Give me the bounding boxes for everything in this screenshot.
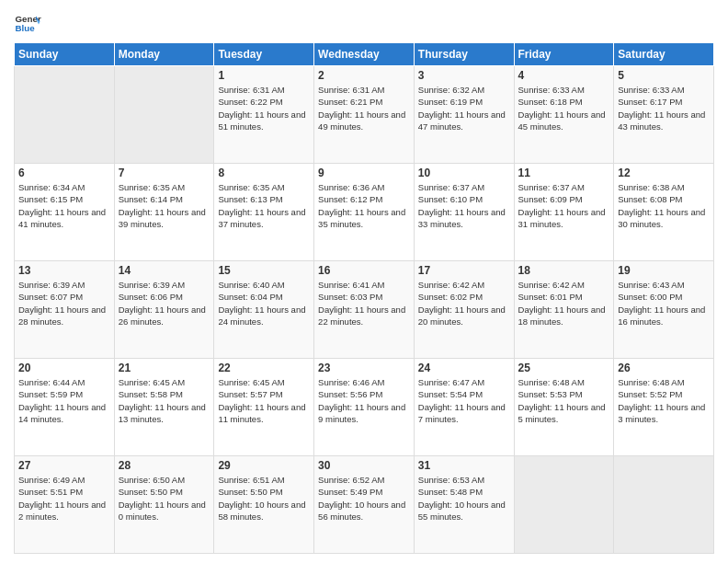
day-number: 16 [318, 264, 410, 277]
day-info: Sunrise: 6:53 AM Sunset: 5:48 PM Dayligh… [418, 474, 510, 523]
day-info: Sunrise: 6:48 AM Sunset: 5:53 PM Dayligh… [518, 376, 610, 425]
calendar-cell: 13Sunrise: 6:39 AM Sunset: 6:07 PM Dayli… [15, 261, 115, 359]
day-number: 10 [418, 167, 510, 179]
day-info: Sunrise: 6:41 AM Sunset: 6:03 PM Dayligh… [318, 279, 410, 327]
weekday-header-thursday: Thursday [414, 43, 514, 66]
calendar-cell: 18Sunrise: 6:42 AM Sunset: 6:01 PM Dayli… [514, 261, 614, 359]
calendar-cell: 1Sunrise: 6:31 AM Sunset: 6:22 PM Daylig… [214, 66, 314, 164]
calendar-cell: 23Sunrise: 6:46 AM Sunset: 5:56 PM Dayli… [314, 359, 415, 456]
weekday-header-monday: Monday [114, 43, 214, 66]
calendar-cell [15, 66, 115, 164]
header: General Blue [14, 9, 714, 37]
calendar-cell: 26Sunrise: 6:48 AM Sunset: 5:52 PM Dayli… [614, 359, 714, 456]
calendar-cell: 16Sunrise: 6:41 AM Sunset: 6:03 PM Dayli… [314, 261, 415, 359]
day-info: Sunrise: 6:33 AM Sunset: 6:17 PM Dayligh… [618, 84, 710, 132]
calendar-cell: 10Sunrise: 6:37 AM Sunset: 6:10 PM Dayli… [414, 164, 514, 261]
calendar-cell [514, 456, 614, 554]
calendar-cell: 12Sunrise: 6:38 AM Sunset: 6:08 PM Dayli… [614, 164, 714, 261]
calendar-cell: 15Sunrise: 6:40 AM Sunset: 6:04 PM Dayli… [214, 261, 314, 359]
week-row-3: 13Sunrise: 6:39 AM Sunset: 6:07 PM Dayli… [15, 261, 714, 359]
calendar-cell: 8Sunrise: 6:35 AM Sunset: 6:13 PM Daylig… [214, 164, 314, 261]
calendar-cell: 21Sunrise: 6:45 AM Sunset: 5:58 PM Dayli… [114, 359, 214, 456]
day-number: 13 [18, 264, 110, 277]
day-info: Sunrise: 6:37 AM Sunset: 6:10 PM Dayligh… [418, 181, 510, 230]
day-number: 2 [318, 69, 410, 82]
day-number: 24 [418, 362, 510, 374]
weekday-header-friday: Friday [514, 43, 614, 66]
day-number: 25 [518, 362, 610, 374]
weekday-header-row: SundayMondayTuesdayWednesdayThursdayFrid… [15, 43, 714, 66]
day-info: Sunrise: 6:47 AM Sunset: 5:54 PM Dayligh… [418, 376, 510, 425]
day-number: 6 [18, 167, 110, 179]
calendar-table: SundayMondayTuesdayWednesdayThursdayFrid… [14, 42, 714, 554]
calendar-cell: 22Sunrise: 6:45 AM Sunset: 5:57 PM Dayli… [214, 359, 314, 456]
day-info: Sunrise: 6:46 AM Sunset: 5:56 PM Dayligh… [318, 376, 410, 425]
calendar-cell: 30Sunrise: 6:52 AM Sunset: 5:49 PM Dayli… [314, 456, 415, 554]
calendar-cell: 9Sunrise: 6:36 AM Sunset: 6:12 PM Daylig… [314, 164, 415, 261]
day-info: Sunrise: 6:49 AM Sunset: 5:51 PM Dayligh… [18, 474, 110, 523]
weekday-header-tuesday: Tuesday [214, 43, 314, 66]
week-row-4: 20Sunrise: 6:44 AM Sunset: 5:59 PM Dayli… [15, 359, 714, 456]
day-number: 27 [18, 459, 110, 472]
day-info: Sunrise: 6:31 AM Sunset: 6:22 PM Dayligh… [218, 84, 310, 132]
day-number: 5 [618, 69, 710, 82]
day-number: 30 [318, 459, 410, 472]
week-row-5: 27Sunrise: 6:49 AM Sunset: 5:51 PM Dayli… [15, 456, 714, 554]
calendar-cell: 24Sunrise: 6:47 AM Sunset: 5:54 PM Dayli… [414, 359, 514, 456]
calendar-body: 1Sunrise: 6:31 AM Sunset: 6:22 PM Daylig… [15, 66, 714, 554]
day-info: Sunrise: 6:45 AM Sunset: 5:58 PM Dayligh… [119, 376, 210, 425]
day-number: 11 [518, 167, 610, 179]
calendar-cell: 27Sunrise: 6:49 AM Sunset: 5:51 PM Dayli… [15, 456, 115, 554]
day-number: 26 [618, 362, 710, 374]
day-info: Sunrise: 6:34 AM Sunset: 6:15 PM Dayligh… [18, 181, 110, 230]
day-info: Sunrise: 6:43 AM Sunset: 6:00 PM Dayligh… [618, 279, 710, 327]
day-number: 1 [218, 69, 310, 82]
day-info: Sunrise: 6:37 AM Sunset: 6:09 PM Dayligh… [518, 181, 610, 230]
weekday-header-sunday: Sunday [15, 43, 115, 66]
calendar-header: SundayMondayTuesdayWednesdayThursdayFrid… [15, 43, 714, 66]
calendar-cell: 3Sunrise: 6:32 AM Sunset: 6:19 PM Daylig… [414, 66, 514, 164]
day-number: 21 [119, 362, 210, 374]
calendar-cell: 20Sunrise: 6:44 AM Sunset: 5:59 PM Dayli… [15, 359, 115, 456]
day-info: Sunrise: 6:32 AM Sunset: 6:19 PM Dayligh… [418, 84, 510, 132]
calendar-cell: 29Sunrise: 6:51 AM Sunset: 5:50 PM Dayli… [214, 456, 314, 554]
day-number: 20 [18, 362, 110, 374]
day-number: 17 [418, 264, 510, 277]
calendar-cell: 17Sunrise: 6:42 AM Sunset: 6:02 PM Dayli… [414, 261, 514, 359]
week-row-2: 6Sunrise: 6:34 AM Sunset: 6:15 PM Daylig… [15, 164, 714, 261]
calendar-cell [614, 456, 714, 554]
calendar-cell: 19Sunrise: 6:43 AM Sunset: 6:00 PM Dayli… [614, 261, 714, 359]
calendar-cell: 28Sunrise: 6:50 AM Sunset: 5:50 PM Dayli… [114, 456, 214, 554]
day-info: Sunrise: 6:42 AM Sunset: 6:01 PM Dayligh… [518, 279, 610, 327]
day-info: Sunrise: 6:39 AM Sunset: 6:07 PM Dayligh… [18, 279, 110, 327]
day-number: 7 [119, 167, 210, 179]
day-number: 28 [119, 459, 210, 472]
weekday-header-wednesday: Wednesday [314, 43, 415, 66]
day-number: 15 [218, 264, 310, 277]
day-number: 9 [318, 167, 410, 179]
weekday-header-saturday: Saturday [614, 43, 714, 66]
calendar-cell: 11Sunrise: 6:37 AM Sunset: 6:09 PM Dayli… [514, 164, 614, 261]
day-number: 8 [218, 167, 310, 179]
calendar-cell: 25Sunrise: 6:48 AM Sunset: 5:53 PM Dayli… [514, 359, 614, 456]
day-number: 22 [218, 362, 310, 374]
day-info: Sunrise: 6:52 AM Sunset: 5:49 PM Dayligh… [318, 474, 410, 523]
calendar-cell: 6Sunrise: 6:34 AM Sunset: 6:15 PM Daylig… [15, 164, 115, 261]
calendar-cell: 2Sunrise: 6:31 AM Sunset: 6:21 PM Daylig… [314, 66, 415, 164]
calendar-cell: 7Sunrise: 6:35 AM Sunset: 6:14 PM Daylig… [114, 164, 214, 261]
day-number: 4 [518, 69, 610, 82]
page: General Blue SundayMondayTuesdayWednesda… [0, 0, 728, 563]
day-info: Sunrise: 6:35 AM Sunset: 6:14 PM Dayligh… [119, 181, 210, 230]
day-number: 19 [618, 264, 710, 277]
calendar-cell [114, 66, 214, 164]
day-info: Sunrise: 6:38 AM Sunset: 6:08 PM Dayligh… [618, 181, 710, 230]
logo-icon: General Blue [14, 9, 41, 37]
day-number: 14 [119, 264, 210, 277]
day-info: Sunrise: 6:51 AM Sunset: 5:50 PM Dayligh… [218, 474, 310, 523]
day-number: 29 [218, 459, 310, 472]
week-row-1: 1Sunrise: 6:31 AM Sunset: 6:22 PM Daylig… [15, 66, 714, 164]
calendar-cell: 5Sunrise: 6:33 AM Sunset: 6:17 PM Daylig… [614, 66, 714, 164]
day-info: Sunrise: 6:40 AM Sunset: 6:04 PM Dayligh… [218, 279, 310, 327]
day-info: Sunrise: 6:36 AM Sunset: 6:12 PM Dayligh… [318, 181, 410, 230]
calendar-cell: 4Sunrise: 6:33 AM Sunset: 6:18 PM Daylig… [514, 66, 614, 164]
